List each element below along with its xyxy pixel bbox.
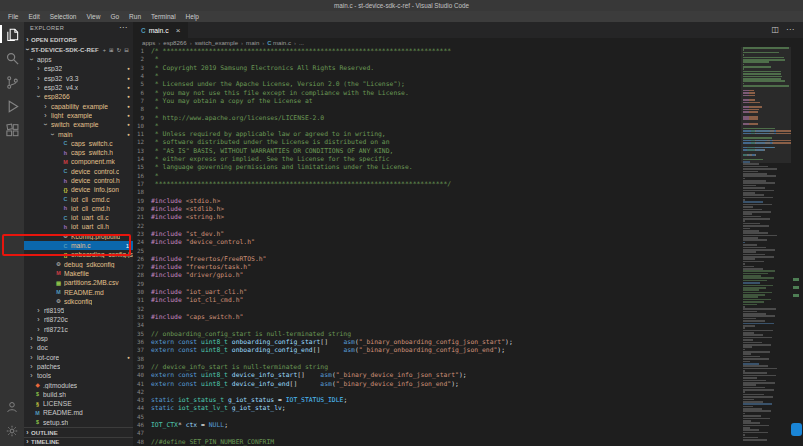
tree-item-license[interactable]: §LICENSE bbox=[24, 399, 133, 408]
activity-account-icon[interactable] bbox=[0, 395, 24, 419]
breadcrumb-main-c[interactable]: Cmain.c bbox=[267, 39, 291, 46]
activity-search-icon[interactable] bbox=[0, 46, 24, 70]
tree-item-apps[interactable]: ›apps bbox=[24, 55, 133, 64]
tree-item-setup-sh[interactable]: $setup.sh bbox=[24, 418, 133, 427]
tree-item-bsp[interactable]: ›bsp bbox=[24, 334, 133, 343]
tree-item-sdkconfig[interactable]: ⚙sdkconfig bbox=[24, 297, 133, 306]
tree-item--gitmodules[interactable]: ◆.gitmodules bbox=[24, 380, 133, 389]
code-line[interactable]: 8 * bbox=[133, 105, 741, 113]
tree-item-makefile[interactable]: MMakefile bbox=[24, 269, 133, 278]
code-line[interactable]: 37extern const uint8_t onboarding_config… bbox=[133, 346, 741, 354]
more-actions-icon[interactable]: ⋯ bbox=[786, 26, 794, 34]
code-line[interactable]: 48//#define SET_PIN_NUMBER_CONFRIM bbox=[133, 438, 741, 446]
tree-item-build-sh[interactable]: $build.sh bbox=[24, 390, 133, 399]
code-line[interactable]: 33#include "caps_switch.h" bbox=[133, 313, 741, 321]
activity-source-control-icon[interactable] bbox=[0, 70, 24, 94]
tree-item-iot-cli-cmd-h[interactable]: hiot_cli_cmd.h bbox=[24, 204, 133, 213]
code-line[interactable]: 35// onboarding_config_start is null-ter… bbox=[133, 330, 741, 338]
menu-item-run[interactable]: Run bbox=[124, 13, 146, 20]
code-line[interactable]: 34 bbox=[133, 321, 741, 329]
code-lines[interactable]: 1/* ************************************… bbox=[133, 47, 741, 446]
tree-item-tools[interactable]: ›tools bbox=[24, 371, 133, 380]
code-line[interactable]: 2 * bbox=[133, 55, 741, 63]
code-line[interactable]: 16 * bbox=[133, 172, 741, 180]
activity-settings-gear-icon[interactable] bbox=[0, 419, 24, 443]
menu-item-help[interactable]: Help bbox=[181, 13, 204, 20]
new-file-icon[interactable]: + bbox=[103, 47, 106, 53]
tree-item-light-example[interactable]: ›light_example● bbox=[24, 111, 133, 120]
tree-item-esp32[interactable]: ›esp32● bbox=[24, 64, 133, 73]
tree-item-iot-uart-cli-h[interactable]: hiot_uart_cli.h bbox=[24, 222, 133, 231]
code-line[interactable]: 29 bbox=[133, 280, 741, 288]
tree-item-partitions-2mb-csv[interactable]: ▦partitions.2MB.csv bbox=[24, 278, 133, 287]
code-line[interactable]: 26#include "freertos/FreeRTOS.h" bbox=[133, 255, 741, 263]
code-line[interactable]: 3 * Copyright 2019 Samsung Electronics A… bbox=[133, 64, 741, 72]
activity-extensions-icon[interactable] bbox=[0, 118, 24, 142]
tree-item-component-mk[interactable]: Mcomponent.mk bbox=[24, 157, 133, 166]
code-line[interactable]: 23#include "st_dev.h" bbox=[133, 230, 741, 238]
tree-item-kconfig-projbuild[interactable]: ⚙Kconfig.projbuild bbox=[24, 232, 133, 241]
code-line[interactable]: 21#include <string.h> bbox=[133, 213, 741, 221]
code-line[interactable]: 39// device_info_start is null-terminate… bbox=[133, 363, 741, 371]
activity-explorer-icon[interactable] bbox=[0, 22, 24, 46]
code-line[interactable]: 36extern const uint8_t onboarding_config… bbox=[133, 338, 741, 346]
code-line[interactable]: 45 bbox=[133, 413, 741, 421]
code-line[interactable]: 22 bbox=[133, 222, 741, 230]
breadcrumb-main[interactable]: main bbox=[246, 39, 259, 46]
new-folder-icon[interactable]: ⊞ bbox=[109, 47, 114, 53]
tree-item-caps-switch-h[interactable]: hcaps_switch.h bbox=[24, 148, 133, 157]
code-line[interactable]: 15 * language governing permissions and … bbox=[133, 163, 741, 171]
collapse-all-icon[interactable]: ⊟ bbox=[124, 47, 129, 53]
code-line[interactable]: 46IOT_CTX* ctx = NULL; bbox=[133, 421, 741, 429]
menu-item-file[interactable]: File bbox=[3, 13, 23, 20]
tree-item-rtl8195[interactable]: ›rtl8195 bbox=[24, 306, 133, 315]
tree-item-device-control-c[interactable]: Cdevice_control.c bbox=[24, 167, 133, 176]
breadcrumb-switch-example[interactable]: switch_example bbox=[195, 39, 238, 46]
tree-item-doc[interactable]: ›doc bbox=[24, 343, 133, 352]
code-line[interactable]: 10 * bbox=[133, 122, 741, 130]
code-line[interactable]: 14 * either express or implied. See the … bbox=[133, 155, 741, 163]
code-line[interactable]: 13 * "AS IS" BASIS, WITHOUT WARRANTIES O… bbox=[133, 147, 741, 155]
code-line[interactable]: 47 bbox=[133, 429, 741, 437]
menu-item-terminal[interactable]: Terminal bbox=[146, 13, 181, 20]
tree-item-rtl8720c[interactable]: ›rtl8720c bbox=[24, 315, 133, 324]
code-line[interactable]: 40extern const uint8_t device_info_start… bbox=[133, 371, 741, 379]
menu-item-go[interactable]: Go bbox=[105, 13, 124, 20]
tree-item-main[interactable]: ›main● bbox=[24, 129, 133, 138]
tree-item-main-c[interactable]: Cmain.c1 bbox=[24, 241, 133, 250]
code-line[interactable]: 31#include "iot_cli_cmd.h" bbox=[133, 296, 741, 304]
code-line[interactable]: 42 bbox=[133, 388, 741, 396]
breadcrumb--[interactable]: ... bbox=[299, 39, 304, 46]
tree-item-patches[interactable]: ›patches bbox=[24, 362, 133, 371]
tree-item-capability-example[interactable]: ›capability_example● bbox=[24, 101, 133, 110]
breadcrumb-esp8266[interactable]: esp8266 bbox=[163, 39, 186, 46]
code-line[interactable]: 7 * You may obtain a copy of the License… bbox=[133, 97, 741, 105]
root-folder-section[interactable]: › ST-DEVICE-SDK-C-REF +⊞↻⊟ bbox=[24, 44, 133, 55]
tree-item-esp32-v4-x[interactable]: ›esp32_v4.x● bbox=[24, 83, 133, 92]
menu-item-view[interactable]: View bbox=[81, 13, 105, 20]
code-line[interactable]: 17 *************************************… bbox=[133, 180, 741, 188]
code-line[interactable]: 5 * Licensed under the Apache License, V… bbox=[133, 80, 741, 88]
tree-item-readme-md[interactable]: MREADME.md bbox=[24, 408, 133, 417]
tab-main-c[interactable]: C main.c × bbox=[133, 22, 188, 38]
activity-run-debug-icon[interactable] bbox=[0, 94, 24, 118]
code-line[interactable]: 18 bbox=[133, 188, 741, 196]
tree-item-iot-uart-cli-c[interactable]: Ciot_uart_cli.c bbox=[24, 213, 133, 222]
tree-item-rtl8721c[interactable]: ›rtl8721c bbox=[24, 325, 133, 334]
code-line[interactable]: 6 * you may not use this file except in … bbox=[133, 89, 741, 97]
code-line[interactable]: 1/* ************************************… bbox=[133, 47, 741, 55]
split-editor-icon[interactable]: ◫ bbox=[771, 26, 779, 34]
tree-item-esp8266[interactable]: ›esp8266● bbox=[24, 92, 133, 101]
code-line[interactable]: 43static iot_status_t g_iot_status = IOT… bbox=[133, 396, 741, 404]
code-line[interactable]: 24#include "device_control.h" bbox=[133, 238, 741, 246]
tree-item-device-info-json[interactable]: {}device_info.json bbox=[24, 185, 133, 194]
tree-item-device-control-h[interactable]: hdevice_control.h bbox=[24, 176, 133, 185]
sidebar-more-actions-icon[interactable]: ⋯ bbox=[119, 25, 127, 31]
tree-item-readme-md[interactable]: MREADME.md bbox=[24, 287, 133, 296]
code-line[interactable]: 38 bbox=[133, 355, 741, 363]
timeline-section[interactable]: › TIMELINE bbox=[24, 437, 133, 446]
code-line[interactable]: 28#include "driver/gpio.h" bbox=[133, 271, 741, 279]
tree-item-iot-cli-cmd-c[interactable]: Ciot_cli_cmd.c bbox=[24, 194, 133, 203]
tree-item-debug-sdkconfig[interactable]: ⚙debug_sdkconfig bbox=[24, 260, 133, 269]
menu-item-edit[interactable]: Edit bbox=[23, 13, 44, 20]
